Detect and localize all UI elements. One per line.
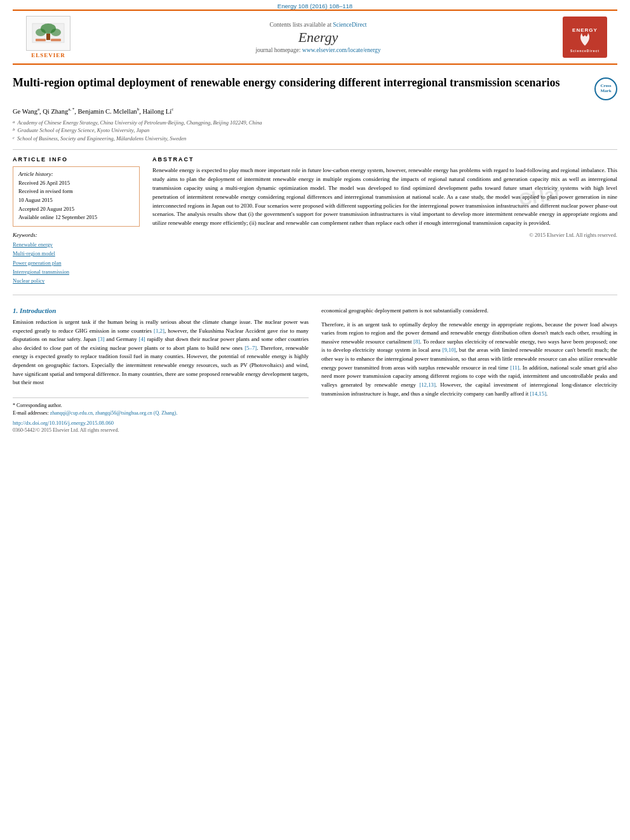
history-received: Received 26 April 2015 [18,179,134,188]
article-history-box: Article history: Received 26 April 2015 … [13,166,140,227]
affil-a: Academy of Chinese Energy Strategy, Chin… [18,119,262,127]
svg-point-2 [36,29,46,36]
elsevier-logo-image [26,16,70,51]
copyright-line: © 2015 Elsevier Ltd. All rights reserved… [152,232,617,238]
issn-line: 0360-5442/© 2015 Elsevier Ltd. All right… [13,427,309,433]
abstract-column: ABSTRACT Renewable energy is expected to… [152,156,617,286]
intro-paragraph-1: Emission reduction is urgent task if the… [13,318,309,387]
keyword-3[interactable]: Power generation plan [13,258,140,267]
ref-8[interactable]: [8] [413,338,420,345]
article-footer: * Corresponding author. E-mail addresses… [13,397,309,433]
history-title: Article history: [18,171,134,177]
svg-rect-5 [36,39,46,41]
ref-3[interactable]: [3] [98,336,104,342]
body-left-column: 1. Introduction Emission reduction is ur… [13,307,309,433]
keyword-4[interactable]: Interregional transmission [13,267,140,276]
ref-11[interactable]: [11] [510,364,519,371]
journal-citation: Energy 108 (2016) 108–118 [278,3,352,10]
keywords-title: Keywords: [13,232,140,238]
affil-b: Graduate School of Energy Science, Kyoto… [18,126,150,135]
author-hailong-li[interactable]: Hailong Li [142,108,171,115]
contents-available-text: Contents lists available at ScienceDirec… [80,22,556,28]
ref-5-7[interactable]: [5–7] [245,345,257,351]
divider-1 [13,149,617,150]
energy-logo-svg: ENERGY ScienceDirect [568,19,603,54]
affiliations: aAcademy of Chinese Energy Strategy, Chi… [13,119,617,143]
keyword-1[interactable]: Renewable energy [13,240,140,249]
elsevier-tree-icon [29,18,67,49]
crossmark-badge[interactable]: CrossMark [594,77,617,100]
article-title: Multi-region optimal deployment of renew… [13,75,589,90]
energy-brand-text: ENERGY ScienceDirect [568,19,603,55]
keywords-section: Keywords: Renewable energy Multi-region … [13,232,140,286]
email-links[interactable]: zhanqqi@cup.edu.cn, zhangqi56@tsinghua.o… [50,410,178,416]
divider-2 [13,295,617,295]
ref-4[interactable]: [4] [139,336,145,342]
affil-c: School of Business, Society and Engineer… [17,135,186,143]
footnote-emails: E-mail addresses: zhanqqi@cup.edu.cn, zh… [13,410,309,417]
abstract-text: Renewable energy is expected to play muc… [152,166,617,229]
body-right-column: economical geographic deployment pattern… [321,307,617,433]
crossmark-text: CrossMark [600,84,611,93]
authors-line: Ge Wanga, Qi Zhanga, *, Benjamin C. Mcle… [13,107,617,115]
energy-logo-right: ENERGY ScienceDirect [563,17,607,58]
ref-12-13[interactable]: [12,13] [419,382,436,388]
ref-9-10[interactable]: [9,10] [442,347,455,353]
author-qi-zhang[interactable]: Qi Zhang [43,108,68,115]
svg-rect-4 [46,34,50,40]
history-accepted: Accepted 20 August 2015 [18,205,134,214]
svg-text:ENERGY: ENERGY [572,27,598,33]
article-title-section: Multi-region optimal deployment of renew… [13,75,617,100]
section-1-title: 1. Introduction [13,307,309,314]
journal-homepage-line: journal homepage: www.elsevier.com/locat… [80,47,556,53]
footnote-corresponding: * Corresponding author. [13,402,309,410]
svg-rect-6 [51,39,61,41]
intro-paragraph-3: Therefore, it is an urgent task to optim… [321,321,617,399]
author-ge-wang[interactable]: Ge Wang [13,108,37,115]
history-revised-label: Received in revised form [18,187,134,196]
history-revised-date: 10 August 2015 [18,196,134,205]
keyword-2[interactable]: Multi-region model [13,249,140,258]
ref-1-2[interactable]: [1,2] [154,328,164,334]
author-mclellan[interactable]: Benjamin C. Mclellan [78,108,137,115]
journal-title: Energy [80,29,556,46]
abstract-header: ABSTRACT [152,156,617,163]
article-info-column: ARTICLE INFO Article history: Received 2… [13,156,140,286]
intro-paragraph-2: economical geographic deployment pattern… [321,307,617,316]
svg-text:ScienceDirect: ScienceDirect [570,49,599,53]
elsevier-brand-text: ELSEVIER [31,52,65,58]
keyword-5[interactable]: Nuclear policy [13,276,140,285]
journal-header-center: Contents lists available at ScienceDirec… [80,22,556,53]
doi-line[interactable]: http://dx.doi.org/10.1016/j.energy.2015.… [13,420,309,426]
doi-link[interactable]: http://dx.doi.org/10.1016/j.energy.2015.… [13,420,114,426]
history-online: Available online 12 September 2015 [18,213,134,222]
article-info-header: ARTICLE INFO [13,156,140,163]
journal-homepage-link[interactable]: www.elsevier.com/locate/energy [302,47,381,53]
elsevier-logo: ELSEVIER [23,16,74,58]
ref-14-15[interactable]: [14,15] [530,390,546,397]
svg-point-3 [51,29,61,36]
sciencedirect-link[interactable]: ScienceDirect [333,22,366,28]
